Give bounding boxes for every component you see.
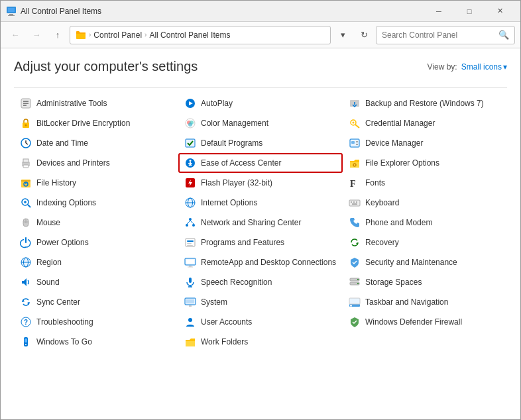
control-panel-item[interactable]: Speech Recognition: [178, 272, 343, 292]
control-panel-item[interactable]: File History: [14, 173, 178, 193]
close-button[interactable]: ✕: [485, 1, 515, 22]
content-area: Adjust your computer's settings View by:…: [1, 48, 520, 420]
svg-rect-59: [187, 240, 194, 242]
svg-rect-70: [186, 299, 194, 303]
control-panel-item[interactable]: Date and Time: [14, 133, 178, 153]
item-icon: [184, 256, 197, 269]
path-sep-2: ›: [145, 31, 146, 38]
control-panel-item[interactable]: Device Manager: [343, 133, 507, 153]
control-panel-item[interactable]: Sound: [14, 272, 178, 292]
svg-rect-83: [349, 200, 360, 206]
item-icon: [184, 315, 197, 329]
item-icon: [184, 117, 197, 130]
control-panel-item[interactable]: Storage Spaces: [343, 272, 507, 292]
control-panel-item[interactable]: Taskbar and Navigation: [343, 292, 507, 312]
item-icon: [184, 236, 197, 249]
control-panel-item[interactable]: Ease of Access Center: [178, 153, 343, 173]
control-panel-item[interactable]: Credential Manager: [343, 113, 507, 133]
viewby-control: View by: Small icons ▾: [428, 62, 508, 72]
control-panel-item[interactable]: Default Programs: [178, 133, 343, 153]
refresh-button[interactable]: ↻: [355, 26, 373, 44]
control-panel-item[interactable]: User Accounts: [178, 312, 343, 332]
control-panel-item[interactable]: Programs and Features: [178, 233, 343, 252]
control-panel-item[interactable]: Keyboard: [343, 193, 507, 213]
maximize-button[interactable]: □: [454, 1, 485, 22]
control-panel-item[interactable]: Security and Maintenance: [343, 252, 507, 272]
svg-rect-41: [186, 139, 195, 147]
titlebar-icon: [6, 6, 17, 17]
item-icon: [348, 295, 361, 309]
control-panel-item[interactable]: Windows To Go: [14, 332, 178, 352]
svg-rect-86: [356, 201, 357, 203]
main-area: Adjust your computer's settings View by:…: [1, 48, 520, 420]
address-dropdown-button[interactable]: ▾: [333, 26, 352, 44]
svg-rect-78: [351, 141, 355, 144]
item-label: AutoPlay: [201, 99, 233, 108]
item-label: Taskbar and Navigation: [365, 297, 448, 307]
control-panel-item[interactable]: Phone and Modem: [343, 213, 507, 233]
path-sep-1: ›: [89, 31, 91, 38]
control-panel-item[interactable]: BitLocker Drive Encryption: [14, 113, 178, 133]
item-icon: [19, 335, 32, 348]
up-button[interactable]: ↑: [48, 26, 67, 44]
search-box[interactable]: 🔍: [376, 26, 515, 44]
svg-line-56: [187, 221, 190, 224]
item-label: Phone and Modem: [365, 218, 432, 227]
item-icon: [19, 216, 32, 229]
control-panel-item[interactable]: System: [178, 292, 343, 312]
control-panel-item[interactable]: Windows Defender Firewall: [343, 312, 507, 332]
svg-point-34: [25, 344, 27, 345]
control-panel-item[interactable]: Backup and Restore (Windows 7): [343, 93, 507, 113]
svg-rect-93: [350, 305, 352, 307]
control-panel-item[interactable]: Internet Options: [178, 193, 343, 213]
control-panel-item[interactable]: F Fonts: [343, 173, 507, 193]
control-panel-item[interactable]: Recovery: [343, 233, 507, 252]
content-header: Adjust your computer's settings View by:…: [14, 59, 507, 74]
control-panel-item[interactable]: Network and Sharing Center: [178, 213, 343, 233]
items-grid-wrapper: Administrative Tools BitLocker Drive Enc…: [14, 87, 507, 352]
forward-button[interactable]: →: [27, 26, 46, 44]
control-panel-item[interactable]: File Explorer Options: [343, 153, 507, 173]
control-panel-item[interactable]: Color Management: [178, 113, 343, 133]
path-all-items[interactable]: All Control Panel Items: [149, 30, 230, 40]
item-label: File History: [36, 178, 76, 187]
control-panel-item[interactable]: Power Options: [14, 233, 178, 252]
item-icon: [19, 276, 32, 289]
item-label: Date and Time: [36, 138, 88, 148]
control-panel-item[interactable]: ? Troubleshooting: [14, 312, 178, 332]
control-panel-item[interactable]: Devices and Printers: [14, 153, 178, 173]
item-icon: [348, 196, 361, 209]
path-control-panel[interactable]: Control Panel: [93, 30, 142, 40]
item-icon: [348, 276, 361, 289]
svg-text:F: F: [350, 179, 356, 189]
svg-point-90: [357, 279, 359, 280]
page-title: Adjust your computer's settings: [14, 59, 198, 74]
minimize-button[interactable]: ─: [424, 1, 454, 22]
svg-rect-94: [349, 298, 360, 304]
item-icon: [348, 156, 361, 170]
item-label: Device Manager: [365, 138, 423, 148]
viewby-arrow-icon: ▾: [503, 62, 507, 72]
item-label: Internet Options: [201, 198, 257, 207]
control-panel-item[interactable]: Administrative Tools: [14, 93, 178, 113]
item-label: Credential Manager: [365, 119, 435, 128]
control-panel-item[interactable]: AutoPlay: [178, 93, 343, 113]
item-icon: ?: [19, 315, 32, 329]
control-panel-item[interactable]: Work Folders: [178, 332, 343, 352]
svg-rect-3: [8, 15, 15, 16]
svg-rect-33: [25, 339, 27, 342]
back-button[interactable]: ←: [6, 26, 25, 44]
control-panel-item[interactable]: Flash Player (32-bit): [178, 173, 343, 193]
control-panel-item[interactable]: Region: [14, 252, 178, 272]
control-panel-item[interactable]: Indexing Options: [14, 193, 178, 213]
svg-point-40: [188, 123, 192, 127]
viewby-button[interactable]: Small icons ▾: [461, 62, 507, 72]
control-panel-item[interactable]: RemoteApp and Desktop Connections: [178, 252, 343, 272]
search-input[interactable]: [382, 30, 496, 40]
control-panel-item[interactable]: Sync Center: [14, 292, 178, 312]
control-panel-item[interactable]: Mouse: [14, 213, 178, 233]
titlebar: All Control Panel Items ─ □ ✕: [1, 1, 520, 22]
item-icon: [19, 136, 32, 150]
item-icon: [19, 236, 32, 249]
svg-point-54: [186, 224, 188, 227]
